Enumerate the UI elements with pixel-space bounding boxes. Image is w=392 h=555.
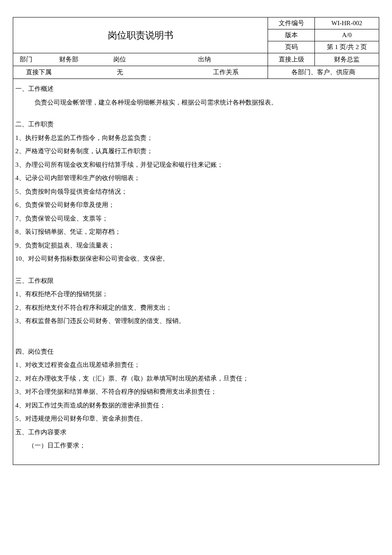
section-1-text: 负责公司现金帐管理，建立各种现金明细帐并核实，根据公司需求统计各种数据报表。 (15, 96, 377, 110)
document-page: 岗位职责说明书 文件编号 WI-HR-002 版本 A/0 页码 第 1 页/共… (13, 17, 379, 465)
section-1-title: 一、工作概述 (15, 82, 377, 96)
version-value: A/0 (315, 29, 379, 41)
meta-block: 文件编号 WI-HR-002 版本 A/0 页码 第 1 页/共 2 页 (268, 17, 379, 53)
position-label: 岗位 (98, 53, 141, 66)
supervisor-label: 直接上级 (268, 53, 315, 66)
s4-item-3: 3、对不合理凭据和结算单据、不符合程序的报销和费用支出承担责任； (15, 385, 377, 399)
document-title: 岗位职责说明书 (13, 17, 268, 53)
section-2-title: 二、工作职责 (15, 118, 377, 131)
s2-item-3: 3、办理公司所有现金收支和银行结算手续，并登记现金和银行往来记账； (15, 158, 377, 172)
page-value: 第 1 页/共 2 页 (315, 41, 379, 53)
page-label: 页码 (268, 41, 315, 53)
s2-item-1: 1、执行财务总监的工作指令，向财务总监负责； (15, 131, 377, 145)
s2-item-8: 8、装订报销单据、凭证，定期存档； (15, 225, 377, 239)
meta-row-version: 版本 A/0 (268, 29, 379, 41)
doc-no-label: 文件编号 (268, 17, 315, 29)
s2-item-7: 7、负责保管公司现金、支票等； (15, 212, 377, 226)
relation-value: 各部门、客户、供应商 (268, 66, 379, 78)
s2-item-4: 4、记录公司内部管理和生产的收付明细表； (15, 171, 377, 185)
s2-item-5: 5、负责按时向领导提供资金结存情况； (15, 185, 377, 199)
s4-item-2: 2、对在办理收支手续，支（汇）票、存（取）款单填写时出现的差错承，旦责任； (15, 372, 377, 386)
dept-value: 财务部 (39, 53, 98, 66)
s2-item-2: 2、严格遵守公司财务制度，认真履行工作职责； (15, 145, 377, 158)
subordinate-value: 无 (56, 66, 184, 78)
section-3-title: 三、工作权限 (15, 274, 377, 288)
s2-item-10: 10、对公司财务指标数据保密和公司资金收、支保密。 (15, 252, 377, 266)
subordinate-label: 直接下属 (13, 66, 56, 78)
position-value: 出纳 (141, 53, 268, 66)
meta-row-docno: 文件编号 WI-HR-002 (268, 17, 379, 29)
s4-item-4: 4、对因工作过失而造成的财务数据的泄密承担责任； (15, 399, 377, 413)
section-4-title: 四、岗位责任 (15, 345, 377, 359)
version-label: 版本 (268, 29, 315, 41)
content-body: 一、工作概述 负责公司现金帐管理，建立各种现金明细帐并核实，根据公司需求统计各种… (13, 79, 379, 465)
info-row-1: 部门 财务部 岗位 出纳 直接上级 财务总监 (13, 53, 379, 66)
s3-item-2: 2、有权拒绝支付不符合程序和规定的借支、费用支出； (15, 301, 377, 315)
doc-no-value: WI-HR-002 (315, 17, 379, 29)
info-row-2: 直接下属 无 工作关系 各部门、客户、供应商 (13, 66, 379, 79)
relation-label: 工作关系 (184, 66, 268, 78)
section-5-sub1: （一）日工作要求； (15, 439, 377, 453)
s3-item-3: 3、有权监督各部门违反公司财务、管理制度的借支、报销。 (15, 314, 377, 328)
supervisor-value: 财务总监 (315, 53, 379, 66)
s4-item-1: 1、对收支过程资金盘点出现差错承担责任； (15, 358, 377, 372)
s3-item-1: 1、有权拒绝不合理的报销凭据； (15, 288, 377, 301)
header-section: 岗位职责说明书 文件编号 WI-HR-002 版本 A/0 页码 第 1 页/共… (13, 17, 379, 53)
dept-label: 部门 (13, 53, 39, 66)
meta-row-page: 页码 第 1 页/共 2 页 (268, 41, 379, 53)
s2-item-6: 6、负责保管公司财务印章及使用； (15, 198, 377, 212)
section-5-title: 五、工作内容要求 (15, 426, 377, 439)
s2-item-9: 9、负责制定损益表、现金流量表； (15, 239, 377, 253)
s4-item-5: 5、对违规使用公司财务印章、资金承担责任。 (15, 412, 377, 426)
